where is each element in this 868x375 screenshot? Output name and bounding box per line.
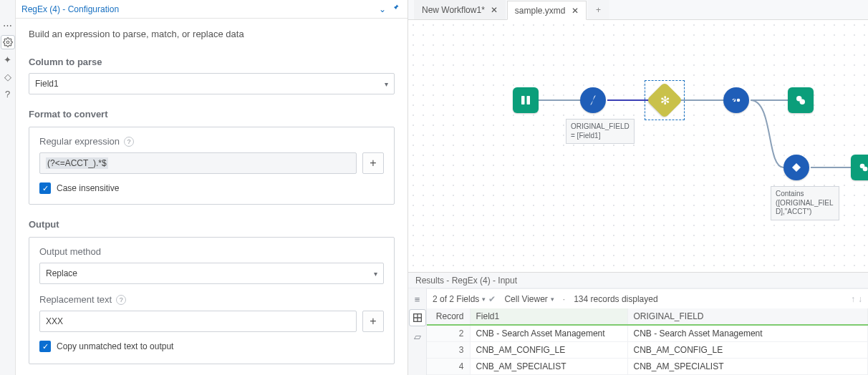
workflow-tabs: New Workflow1* ✕ sample.yxmd ✕ +: [408, 0, 868, 20]
svg-rect-1: [521, 96, 525, 104]
filter-tool-node[interactable]: [783, 155, 809, 180]
output-section-label: Output: [29, 219, 395, 230]
fields-summary[interactable]: 2 of 2 Fields ▾ ✔: [433, 294, 496, 304]
arrow-up-icon[interactable]: ↑: [851, 294, 855, 304]
arrow-down-icon[interactable]: ↓: [858, 294, 862, 304]
results-table-area: 2 of 2 Fields ▾ ✔ Cell Viewer ▾ · 134 re…: [427, 288, 868, 375]
cell-field1: CNB_AM_CONFIG_LE: [470, 342, 627, 359]
chevron-down-icon: ▾: [374, 270, 377, 278]
results-view-map-icon[interactable]: ▱: [410, 328, 425, 344]
regex-input[interactable]: (?<=ACCT_).*$: [39, 152, 357, 174]
col-record[interactable]: Record: [427, 308, 470, 325]
output-method-label: Output method: [39, 246, 384, 257]
config-title: RegEx (4) - Configuration: [21, 4, 119, 14]
select-tool-node[interactable]: [723, 87, 749, 113]
annotation-original-field: ORIGINAL_FIELD = [Field1]: [566, 119, 635, 144]
output-method-select[interactable]: Replace ▾: [39, 263, 384, 284]
close-icon[interactable]: ✕: [572, 6, 579, 16]
col-field1[interactable]: Field1: [470, 308, 627, 325]
results-table[interactable]: Record Field1 ORIGINAL_FIELD 2CNB - Sear…: [427, 308, 868, 375]
tab-new-workflow[interactable]: New Workflow1* ✕: [414, 0, 506, 19]
svg-rect-2: [527, 96, 531, 104]
cell-record: 3: [427, 342, 470, 359]
case-label: Case insensitive: [57, 183, 119, 193]
anno-line: = [Field1]: [571, 132, 630, 141]
gear-icon[interactable]: [1, 36, 14, 49]
case-insensitive-row[interactable]: ✓ Case insensitive: [39, 182, 384, 194]
add-replacement-button[interactable]: +: [362, 311, 384, 332]
cell-viewer-dropdown[interactable]: Cell Viewer ▾: [504, 294, 554, 304]
anno-line: D],"ACCT"): [776, 208, 834, 217]
replacement-value: XXX: [46, 316, 63, 326]
anno-line: ORIGINAL_FIELD: [571, 122, 630, 132]
tab-label: New Workflow1*: [422, 5, 485, 15]
sparkle-icon[interactable]: ✦: [1, 53, 14, 66]
rail-overflow-icon[interactable]: ⋯: [1, 19, 14, 31]
svg-point-8: [863, 167, 868, 172]
cell-original-field: CNB_AM_SPECIALIST: [627, 359, 868, 375]
config-header: RegEx (4) - Configuration ⌄: [16, 0, 408, 19]
check-icon: ✔: [488, 294, 496, 304]
anno-line: Contains: [776, 190, 834, 199]
canvas[interactable]: ORIGINAL_FIELD = [Field1] ✻ Contains ([O…: [408, 20, 868, 272]
col-original-field[interactable]: ORIGINAL_FIELD: [627, 308, 868, 325]
replacement-input[interactable]: XXX: [39, 311, 357, 332]
lead-text: Build an expression to parse, match, or …: [29, 29, 395, 39]
svg-point-0: [6, 41, 9, 44]
config-body: Build an expression to parse, match, or …: [16, 19, 408, 373]
column-to-parse-select[interactable]: Field1 ▾: [29, 73, 395, 94]
checkbox-checked-icon: ✓: [39, 182, 51, 194]
column-to-parse-value: Field1: [35, 79, 59, 89]
browse-tool-node-2[interactable]: [851, 155, 868, 180]
chevron-down-icon: ▾: [482, 296, 486, 303]
cell-original-field: CNB - Search Asset Management: [627, 325, 868, 342]
tab-sample[interactable]: sample.yxmd ✕: [507, 1, 587, 20]
tab-add-button[interactable]: +: [588, 0, 609, 19]
cell-record: 2: [427, 325, 470, 342]
input-tool-node[interactable]: [513, 87, 539, 113]
cell-field1: CNB_AM_SPECIALIST: [470, 359, 627, 375]
table-row[interactable]: 2CNB - Search Asset ManagementCNB - Sear…: [427, 325, 868, 342]
results-toolbar: 2 of 2 Fields ▾ ✔ Cell Viewer ▾ · 134 re…: [427, 288, 868, 308]
results-view-grid-icon[interactable]: [410, 310, 425, 326]
results-header: Results - RegEx (4) - Input: [408, 272, 868, 288]
cell-original-field: CNB_AM_CONFIG_LE: [627, 342, 868, 359]
table-row[interactable]: 4CNB_AM_SPECIALISTCNB_AM_SPECIALIST: [427, 359, 868, 375]
regex-value: (?<=ACCT_).*$: [46, 157, 108, 169]
results-title: Results - RegEx (4) - Input: [415, 276, 517, 286]
svg-point-4: [737, 99, 741, 102]
chevron-down-icon[interactable]: ⌄: [376, 4, 389, 14]
results-view-list-icon[interactable]: ≡: [410, 291, 425, 307]
left-sidebar-rail: ⋯ ✦ ◇ ?: [0, 0, 16, 375]
annotation-contains: Contains ([ORIGINAL_FIEL D],"ACCT"): [771, 186, 839, 220]
chevron-down-icon: ▾: [551, 296, 554, 303]
results-area: ≡ ▱ 2 of 2 Fields ▾ ✔ Cell Viewer ▾: [408, 288, 868, 375]
config-panel: RegEx (4) - Configuration ⌄ Build an exp…: [16, 0, 408, 375]
close-icon[interactable]: ✕: [491, 5, 498, 15]
browse-tool-node[interactable]: [788, 87, 814, 113]
pin-icon[interactable]: [389, 4, 402, 14]
tab-label: sample.yxmd: [515, 6, 566, 16]
chevron-down-icon: ▾: [385, 80, 388, 88]
add-regex-button[interactable]: +: [362, 152, 384, 174]
copy-unmatched-row[interactable]: ✓ Copy unmatched text to output: [39, 341, 384, 352]
help-icon[interactable]: ?: [124, 137, 134, 147]
help-icon[interactable]: ?: [116, 295, 126, 305]
table-row[interactable]: 3CNB_AM_CONFIG_LECNB_AM_CONFIG_LE: [427, 342, 868, 359]
records-summary: 134 records displayed: [574, 294, 657, 304]
cell-record: 4: [427, 359, 470, 375]
output-fieldset: Output method Replace ▾ Replacement text…: [29, 237, 395, 364]
regex-label-text: Regular expression: [39, 136, 120, 147]
checkbox-checked-icon: ✓: [39, 341, 51, 352]
svg-point-6: [800, 99, 806, 105]
tag-icon[interactable]: ◇: [1, 70, 14, 83]
replacement-label-text: Replacement text: [39, 294, 112, 305]
anno-line: ([ORIGINAL_FIEL: [776, 199, 834, 208]
formula-tool-node[interactable]: [580, 87, 606, 113]
nav-arrows[interactable]: ↑ ↓: [851, 294, 862, 304]
output-method-value: Replace: [46, 268, 77, 278]
regex-label: Regular expression ?: [39, 136, 384, 147]
help-icon[interactable]: ?: [1, 87, 14, 100]
cell-field1: CNB - Search Asset Management: [470, 325, 627, 342]
results-rail: ≡ ▱: [408, 288, 427, 375]
